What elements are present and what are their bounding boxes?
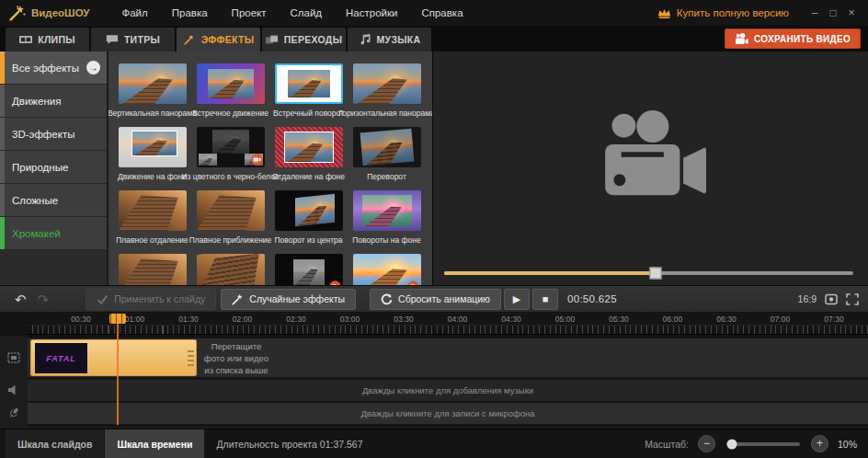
play-button[interactable]: ▶ (504, 289, 530, 310)
menu-item-settings[interactable]: Настройки (334, 0, 409, 26)
time-label: 06:00 (663, 315, 682, 324)
buy-full-version-link[interactable]: Купить полную версию (677, 7, 789, 18)
effect-thumbnail[interactable] (197, 254, 265, 285)
titles-icon (106, 34, 119, 45)
time-label: 02:00 (233, 315, 252, 324)
arrow-right-icon[interactable]: → (86, 61, 100, 74)
effect-thumbnail[interactable] (275, 63, 343, 104)
window-controls: – □ × (805, 0, 861, 26)
effect-preview-image (197, 190, 265, 231)
sidebar-item-chromakey[interactable]: Хромакей (0, 217, 107, 250)
effect-preview-image (293, 259, 325, 285)
tab-music[interactable]: МУЗЫКА (348, 28, 431, 52)
camera-badge-icon (251, 154, 263, 166)
zoom-slider-thumb[interactable] (727, 439, 737, 449)
menu-item-project[interactable]: Проект (220, 0, 279, 26)
reset-animation-button[interactable]: Сбросить анимацию (370, 289, 501, 310)
sidebar-item-motion[interactable]: Движения (0, 85, 107, 118)
zoom-out-button[interactable]: − (698, 435, 715, 452)
category-indicator (0, 52, 5, 84)
effect-thumbnail[interactable] (353, 254, 421, 285)
slides-scale-tab[interactable]: Шкала слайдов (6, 429, 104, 458)
redo-icon[interactable]: ↷ (32, 292, 55, 306)
effect-thumbnail[interactable] (275, 254, 343, 285)
time-label: 03:00 (340, 315, 360, 324)
apply-to-slide-button[interactable]: Применить к слайду (86, 289, 216, 310)
fullscreen-icon[interactable] (846, 293, 859, 305)
effect-item[interactable]: Из цветного в черно-белое (191, 127, 269, 190)
effect-item[interactable]: Отдаление на фоне (269, 127, 348, 190)
effect-item[interactable] (269, 254, 348, 285)
effect-thumbnail[interactable] (119, 127, 187, 167)
effect-thumbnail[interactable] (353, 127, 421, 167)
time-scale-tab[interactable]: Шкала времени (105, 429, 204, 458)
menu-item-help[interactable]: Справка (409, 0, 474, 26)
timeline-ruler[interactable]: 00:3001:0001:3002:0002:3003:0003:3004:00… (0, 314, 868, 324)
statusbar: Шкала слайдов Шкала времени Длительность… (0, 429, 868, 458)
music-track[interactable]: Дважды кликните для добавления музыки (28, 380, 868, 401)
effect-thumbnail[interactable] (119, 254, 187, 285)
sidebar-item-3d-effects[interactable]: 3D-эффекты (0, 118, 107, 151)
effect-item[interactable]: Плавное отдаление (113, 190, 191, 254)
time-label: 07:00 (771, 315, 790, 324)
save-video-label: СОХРАНИТЬ ВИДЕО (754, 34, 851, 44)
close-button[interactable]: × (842, 0, 861, 26)
sidebar-item-label: Движения (12, 96, 61, 107)
effect-name: Повороты на фоне (352, 235, 421, 245)
project-duration: Длительность проекта 01:37.567 (216, 439, 362, 450)
effect-item[interactable]: Вертикальная панорама (113, 63, 191, 127)
effect-item[interactable]: Горизонтальная панорама (348, 63, 426, 127)
tab-transitions[interactable]: ПЕРЕХОДЫ (262, 28, 346, 52)
effect-thumbnail[interactable] (119, 190, 187, 231)
menu-item-file[interactable]: Файл (109, 0, 159, 26)
effect-item[interactable]: Движение на фоне (113, 127, 191, 190)
effect-item[interactable]: Переворот (348, 127, 426, 190)
stop-button[interactable]: ■ (532, 289, 558, 310)
minimize-button[interactable]: – (805, 0, 824, 26)
effect-preview-image (131, 131, 177, 156)
sidebar-item-nature[interactable]: Природные (0, 151, 107, 184)
effect-item[interactable]: Повороты на фоне (348, 190, 426, 254)
effect-thumbnail[interactable] (119, 63, 187, 104)
tab-titles[interactable]: ТИТРЫ (91, 28, 175, 52)
undo-icon[interactable]: ↶ (9, 292, 32, 306)
effect-name: Горизонтальная панорама (338, 109, 432, 118)
tab-effects[interactable]: ЭФФЕКТЫ (177, 28, 260, 52)
effect-thumbnail[interactable] (197, 127, 265, 167)
sidebar-item-complex[interactable]: Сложные (0, 184, 107, 217)
effect-thumbnail[interactable] (275, 190, 343, 231)
effect-thumbnail[interactable] (353, 190, 421, 231)
effect-thumbnail[interactable] (197, 63, 265, 104)
effect-name: Поворот из центра (274, 235, 342, 245)
tab-clips[interactable]: КЛИПЫ (6, 28, 89, 52)
menu-item-slide[interactable]: Слайд (279, 0, 335, 26)
random-effects-button[interactable]: Случайные эффекты (221, 289, 356, 310)
effect-thumbnail[interactable] (353, 63, 421, 104)
timeline: 00:3001:0001:3002:0002:3003:0003:3004:00… (0, 314, 868, 427)
zoom-slider[interactable] (726, 442, 800, 446)
snapshot-icon[interactable] (825, 293, 838, 305)
video-track[interactable]: FATAL Перетащитефото или видеоиз списка … (28, 338, 868, 377)
seekbar-thumb[interactable] (649, 268, 661, 280)
drop-hint-line: фото или видео (172, 352, 301, 364)
random-effects-label: Случайные эффекты (249, 293, 345, 304)
maximize-button[interactable]: □ (824, 0, 842, 26)
transition-icon (266, 34, 279, 45)
effect-item[interactable]: Встречное движение (191, 63, 269, 127)
preview-seekbar[interactable] (444, 271, 853, 275)
zoom-in-button[interactable]: + (811, 435, 828, 452)
menu-item-edit[interactable]: Правка (160, 0, 220, 26)
sidebar-item-all-effects[interactable]: Все эффекты→ (0, 52, 107, 85)
effect-item[interactable]: Поворот из центра (269, 190, 348, 254)
effect-item[interactable]: Плавное приближение (191, 190, 269, 254)
effect-thumbnail[interactable] (275, 127, 343, 167)
effect-item[interactable]: Встречный поворот (269, 63, 348, 127)
save-video-button[interactable]: СОХРАНИТЬ ВИДЕО (725, 29, 861, 49)
microphone-track[interactable]: Дважды кликните для записи с микрофона (28, 403, 868, 424)
effect-item[interactable] (191, 254, 269, 285)
effect-item[interactable] (348, 254, 426, 285)
time-label: 07:30 (824, 315, 843, 324)
effect-item[interactable] (113, 254, 191, 285)
playhead-handle[interactable] (109, 314, 126, 324)
effect-thumbnail[interactable] (197, 190, 265, 231)
